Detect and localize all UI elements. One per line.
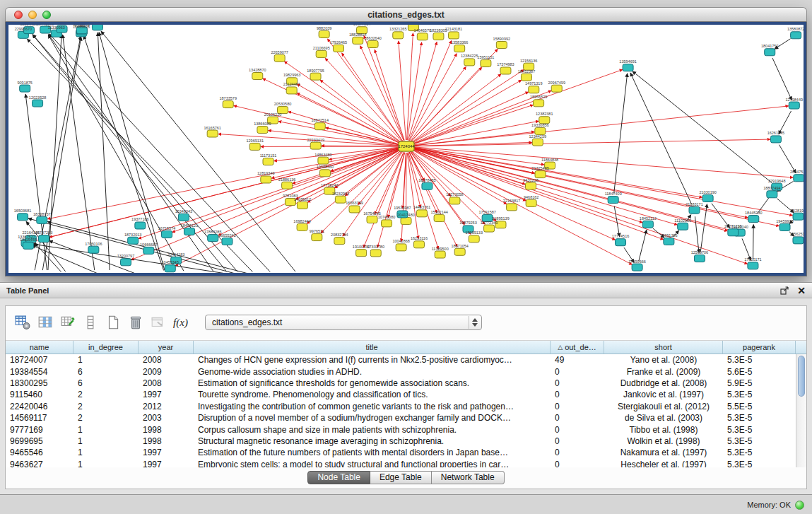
graph-edge[interactable]: [753, 225, 754, 259]
graph-node[interactable]: [765, 49, 775, 56]
graph-node[interactable]: [92, 25, 102, 30]
graph-node[interactable]: [623, 64, 633, 71]
graph-node[interactable]: [286, 87, 297, 94]
graph-edge[interactable]: [327, 39, 402, 141]
graph-edge[interactable]: [413, 148, 793, 216]
graph-node[interactable]: [422, 182, 433, 189]
graph-node[interactable]: [261, 176, 271, 183]
graph-edge[interactable]: [278, 122, 400, 146]
table-row[interactable]: 1872400712008Changes of HCN gene express…: [6, 354, 796, 366]
graph-node[interactable]: [529, 86, 539, 93]
graph-node[interactable]: [367, 40, 378, 47]
graph-node[interactable]: [319, 30, 329, 37]
graph-edge[interactable]: [639, 230, 647, 261]
graph-node[interactable]: [464, 59, 475, 66]
column-header-short[interactable]: short: [604, 341, 723, 354]
tab-network-table[interactable]: Network Table: [432, 471, 505, 484]
scrollbar-thumb[interactable]: [798, 356, 805, 397]
graph-node[interactable]: [435, 251, 445, 258]
graph-edge[interactable]: [779, 145, 796, 173]
close-button[interactable]: [14, 11, 23, 19]
graph-node[interactable]: [222, 238, 233, 245]
graph-node[interactable]: [454, 45, 465, 52]
graph-node[interactable]: [496, 41, 507, 48]
graph-node[interactable]: [433, 33, 444, 40]
graph-node[interactable]: [312, 234, 322, 241]
graph-edge[interactable]: [63, 35, 95, 270]
graph-node[interactable]: [165, 265, 175, 272]
graph-node[interactable]: [128, 237, 139, 244]
column-header-out_degree[interactable]: △out_de…: [551, 341, 604, 354]
graph-node[interactable]: [178, 214, 189, 221]
graph-node[interactable]: [413, 241, 424, 248]
graph-edge[interactable]: [403, 153, 406, 209]
graph-edge[interactable]: [413, 105, 534, 144]
graph-node[interactable]: [334, 238, 345, 245]
graph-node[interactable]: [37, 216, 47, 223]
graph-edge[interactable]: [413, 147, 793, 177]
graph-node[interactable]: [794, 175, 804, 182]
graph-edge[interactable]: [614, 74, 628, 194]
graph-node[interactable]: [349, 206, 360, 213]
graph-node[interactable]: [370, 250, 381, 257]
graph-edge[interactable]: [630, 73, 692, 204]
graph-edge[interactable]: [700, 204, 707, 252]
graph-node[interactable]: [448, 32, 459, 39]
graph-node[interactable]: [526, 182, 536, 189]
table-row[interactable]: 946362711997Embryonic stem cells: a mode…: [6, 459, 796, 467]
graph-node[interactable]: [223, 101, 233, 108]
graph-edge[interactable]: [360, 46, 404, 141]
graph-node[interactable]: [252, 73, 263, 80]
column-header-in_degree[interactable]: in_degree: [73, 341, 139, 354]
graph-node[interactable]: [551, 85, 562, 92]
graph-edge[interactable]: [413, 139, 770, 146]
table-row[interactable]: 1830029562008Estimation of significance …: [6, 378, 796, 389]
float-panel-button[interactable]: [779, 286, 789, 296]
graph-node[interactable]: [632, 264, 642, 271]
graph-node[interactable]: [748, 216, 759, 223]
graph-node[interactable]: [484, 225, 495, 232]
graph-node[interactable]: [20, 85, 30, 92]
graph-node[interactable]: [534, 100, 544, 107]
graph-node[interactable]: [38, 235, 49, 243]
graph-node[interactable]: [274, 54, 285, 62]
graph-node[interactable]: [608, 197, 618, 204]
graph-node[interactable]: [416, 210, 427, 217]
graph-node[interactable]: [401, 217, 411, 224]
graph-edge[interactable]: [297, 84, 401, 144]
graph-node[interactable]: [316, 50, 326, 57]
graph-node[interactable]: [208, 235, 218, 242]
graph-node[interactable]: [23, 242, 34, 249]
graph-edge[interactable]: [413, 121, 539, 145]
graph-edge[interactable]: [363, 152, 404, 247]
graph-node[interactable]: [689, 206, 700, 214]
zoom-button[interactable]: [42, 11, 51, 19]
graph-node[interactable]: [417, 33, 428, 40]
graph-edge[interactable]: [325, 58, 402, 141]
graph-node[interactable]: [120, 259, 131, 266]
graph-node[interactable]: [532, 139, 543, 146]
graph-node[interactable]: [297, 223, 307, 230]
graph-edge[interactable]: [268, 130, 400, 146]
graph-node[interactable]: [664, 238, 674, 245]
graph-node[interactable]: [791, 32, 801, 39]
table-row[interactable]: 1456911722003Disruption of a novel membe…: [6, 412, 796, 424]
graph-node[interactable]: [616, 239, 626, 246]
graph-node[interactable]: [526, 199, 536, 206]
graph-node[interactable]: [310, 142, 321, 149]
graph-node[interactable]: [454, 248, 465, 255]
edit-table-button[interactable]: [58, 313, 77, 332]
graph-node[interactable]: [282, 182, 293, 189]
graph-node[interactable]: [335, 196, 346, 203]
graph-node[interactable]: [207, 130, 218, 137]
graph-node[interactable]: [396, 244, 406, 251]
graph-node[interactable]: [779, 223, 790, 230]
graph-node[interactable]: [793, 213, 804, 220]
delete-table-button[interactable]: [126, 313, 145, 332]
graph-node[interactable]: [678, 223, 688, 230]
graph-node[interactable]: [694, 255, 705, 262]
graph-edge[interactable]: [364, 35, 404, 140]
graph-node[interactable]: [18, 214, 28, 221]
table-select-dropdown[interactable]: citations_edges.txt: [205, 315, 482, 330]
graph-node[interactable]: [507, 204, 517, 211]
